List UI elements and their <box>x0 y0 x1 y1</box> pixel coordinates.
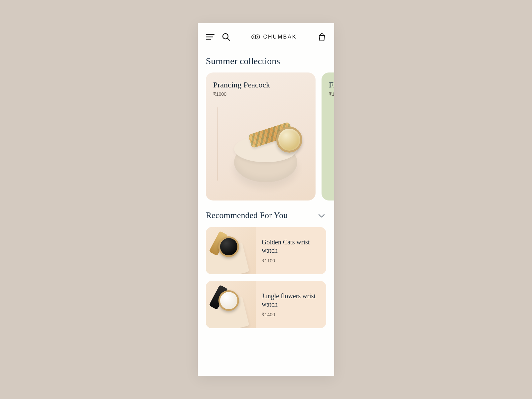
product-info: Jungle flowers wrist watch ₹1400 <box>256 281 326 328</box>
hamburger-icon <box>206 34 214 40</box>
product-thumbnail <box>206 281 256 328</box>
product-info: Golden Cats wrist watch ₹1100 <box>256 227 326 274</box>
app-screen: CHUMBAK Summer collections Prancing Peac… <box>198 23 334 376</box>
product-price: ₹1400 <box>262 312 320 317</box>
product-list-item[interactable]: Jungle flowers wrist watch ₹1400 <box>206 281 326 328</box>
collection-card[interactable]: Fl ₹1 <box>322 72 334 200</box>
app-header: CHUMBAK <box>198 23 334 48</box>
svg-point-7 <box>253 36 255 38</box>
collections-heading: Summer collections <box>198 48 334 72</box>
bag-button[interactable] <box>318 33 326 41</box>
expand-button[interactable] <box>318 213 325 218</box>
bag-icon <box>318 33 326 41</box>
product-price: ₹1100 <box>262 258 320 263</box>
header-left <box>206 33 230 41</box>
owl-icon <box>251 34 260 40</box>
product-thumbnail <box>206 227 256 274</box>
collection-card[interactable]: Prancing Peacock ₹1000 <box>206 72 316 200</box>
recommended-list: Golden Cats wrist watch ₹1100 Jungle flo… <box>198 227 334 328</box>
collection-card-title: Fl <box>329 80 334 89</box>
brand-name: CHUMBAK <box>263 34 297 40</box>
decorative-line <box>217 107 217 181</box>
recommended-heading: Recommended For You <box>206 210 288 220</box>
search-button[interactable] <box>222 33 230 41</box>
collections-carousel[interactable]: Prancing Peacock ₹1000 Fl ₹1 <box>198 72 334 200</box>
menu-button[interactable] <box>206 34 214 40</box>
product-name: Golden Cats wrist watch <box>262 238 320 255</box>
chevron-down-icon <box>318 214 325 218</box>
product-image <box>222 106 309 192</box>
search-icon <box>222 33 230 41</box>
svg-line-4 <box>228 39 230 41</box>
product-name: Jungle flowers wrist watch <box>262 292 320 309</box>
brand-logo[interactable]: CHUMBAK <box>251 34 297 40</box>
collection-card-price: ₹1 <box>329 91 334 97</box>
product-list-item[interactable]: Golden Cats wrist watch ₹1100 <box>206 227 326 274</box>
svg-point-3 <box>223 34 228 39</box>
svg-point-8 <box>257 36 258 38</box>
recommended-header: Recommended For You <box>198 200 334 227</box>
collection-card-title: Prancing Peacock <box>213 80 308 89</box>
collection-card-price: ₹1000 <box>213 91 308 97</box>
